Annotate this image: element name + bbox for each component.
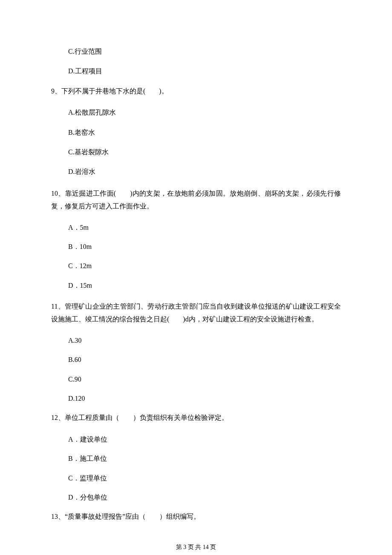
q10-option-c: C．12m bbox=[68, 261, 341, 271]
q11-option-b: B.60 bbox=[68, 355, 341, 364]
q12-option-b: B．施工单位 bbox=[68, 454, 341, 463]
q10-option-b: B．10m bbox=[68, 242, 341, 251]
q9-option-a: A.松散层孔隙水 bbox=[68, 108, 341, 117]
prev-option-d: D.工程项目 bbox=[68, 66, 341, 76]
q12-option-d: D．分包单位 bbox=[68, 493, 341, 502]
q11-option-c: C.90 bbox=[68, 375, 341, 384]
prev-option-c: C.行业范围 bbox=[68, 47, 341, 56]
q12-option-c: C．监理单位 bbox=[68, 474, 341, 483]
q9-option-b: B.老窑水 bbox=[68, 128, 341, 137]
q10-option-a: A．5m bbox=[68, 223, 341, 232]
q10-option-d: D．15m bbox=[68, 281, 341, 290]
q9-option-d: D.岩溶水 bbox=[68, 167, 341, 176]
page-content: C.行业范围 D.工程项目 9、下列不属于井巷地下水的是( )。 A.松散层孔隙… bbox=[0, 0, 392, 551]
q9-option-c: C.基岩裂隙水 bbox=[68, 147, 341, 157]
q10-stem: 10、靠近掘进工作面( )内的支架，在放炮前必须加固。放炮崩倒、崩坏的支架，必须… bbox=[51, 187, 341, 213]
q9-stem: 9、下列不属于井巷地下水的是( )。 bbox=[51, 87, 341, 96]
page-footer: 第 3 页 共 14 页 bbox=[51, 543, 341, 552]
q13-stem: 13、“质量事故处理报告”应由（ ）组织编写。 bbox=[51, 512, 341, 521]
q12-option-a: A．建设单位 bbox=[68, 435, 341, 444]
q11-stem: 11、管理矿山企业的主管部门、劳动行政主管部门应当自收到建设单位报送的矿山建设工… bbox=[51, 300, 341, 326]
q11-option-a: A.30 bbox=[68, 336, 341, 345]
q12-stem: 12、单位工程质量由（ ）负责组织有关单位检验评定。 bbox=[51, 413, 341, 422]
q11-option-d: D.120 bbox=[68, 394, 341, 403]
